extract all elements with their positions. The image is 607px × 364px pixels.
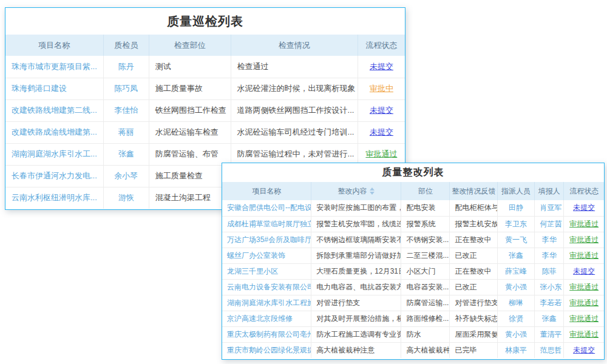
table-row: 龙湖三千里小区大理石质量更换，12月31日之...小区大门正在整改中薛宝峰陈菲未… — [222, 263, 604, 279]
feedback-cell: 屋面采用聚氨... — [450, 326, 497, 342]
status-link[interactable]: 未提交 — [564, 200, 604, 216]
table-row: 湖南洞庭湖水库引水工程施工I标对管进行垫支防腐管运输...对管进行垫支柳琳李若若… — [222, 295, 604, 311]
project-name-cell[interactable]: 安徽合肥供电公司--配电设备... — [222, 200, 311, 216]
status-link[interactable]: 审批通过 — [564, 311, 604, 326]
status-link[interactable]: 审批通过 — [564, 248, 604, 263]
part-cell: 路面维修检... — [401, 311, 450, 326]
reporter-cell[interactable]: 李华 — [535, 248, 564, 263]
check-part-cell: 施工质量事故 — [149, 78, 231, 99]
table-row: 成都杜甫草堂临时展厅独立展...报警主机安放牢固，线缆连接...报警系统报警主机… — [222, 216, 604, 232]
assignee-cell[interactable]: 黄小强 — [497, 326, 535, 342]
project-name-cell[interactable]: 改建铁路线增建第二线... — [5, 99, 103, 121]
part-cell: 高大植被栽种 — [401, 342, 450, 358]
project-name-cell[interactable]: 万达广场35#会所及咖啡厅空... — [222, 232, 311, 248]
reporter-cell[interactable]: 肖亚军 — [535, 200, 564, 216]
inspector-cell[interactable]: 李佳怡 — [103, 99, 149, 121]
reporter-cell[interactable]: 陈菲 — [535, 263, 564, 279]
table-row: 万达广场35#会所及咖啡厅空...不锈钢边框玻璃隔断安装不牢...不锈钢安装..… — [222, 232, 604, 248]
status-link[interactable]: 审批通过 — [564, 295, 604, 311]
status-link[interactable]: 审批通过 — [564, 232, 604, 248]
project-name-cell[interactable]: 重庆太极制药有限公司亳州中... — [222, 326, 311, 342]
status-link[interactable]: 未提交 — [358, 121, 405, 143]
inspector-cell[interactable]: 游恢 — [103, 187, 149, 209]
status-link[interactable]: 未提交 — [564, 342, 604, 358]
table-row: 安徽合肥供电公司--配电设备...安装时应按施工图的布置，将...配电安装配电柜… — [222, 200, 604, 216]
assignee-cell[interactable]: 黄一飞 — [497, 232, 535, 248]
status-link[interactable]: 审批中 — [358, 78, 405, 99]
assignee-cell[interactable]: 徐贤 — [497, 311, 535, 326]
check-part-cell: 施工质量检查 — [149, 165, 231, 187]
table-row: 珠海鹤港口建设陈巧凤施工质量事故水泥砼灌注的时候，出现离析现象审批中 — [5, 78, 405, 99]
table-row: 云南电力设备安装有限公司20...电力电容器、电抗器安装方案...电容器安装..… — [222, 279, 604, 295]
feedback-cell: 已改正 — [450, 279, 497, 295]
column-header-label: 项目名称 — [252, 187, 281, 195]
column-header-2[interactable]: 整改内容 — [311, 182, 401, 200]
status-link[interactable]: 审批通过 — [564, 326, 604, 342]
project-name-cell[interactable]: 云南水利枢纽潜明水库... — [5, 187, 103, 209]
project-name-cell[interactable]: 螺丝厂办公室装饰 — [222, 248, 311, 263]
sort-icon[interactable] — [370, 187, 375, 195]
check-result-cell: 水泥砼运输车司机经过专门培训... — [231, 121, 358, 143]
project-name-cell[interactable]: 湖南洞庭湖水库引水工... — [5, 143, 103, 165]
column-header-label: 流程状态 — [365, 41, 397, 50]
table-row: 珠海市城市更新项目紫...陈丹测试检查通过未提交 — [5, 56, 405, 78]
inspector-cell[interactable]: 陈丹 — [103, 56, 149, 78]
table-row: 改建铁路线增建第二线...李佳怡铁丝网围挡工作检查道路两侧铁丝网围挡工作按设计.… — [5, 99, 405, 121]
status-link[interactable]: 未提交 — [358, 56, 405, 78]
status-link[interactable]: 未提交 — [358, 99, 405, 121]
part-cell: 不锈钢安装... — [401, 232, 450, 248]
assignee-cell[interactable]: 黄小强 — [497, 279, 535, 295]
quality-rectification-list-card: 质量整改列表 项目名称整改内容部位整改情况反馈指派人员填报人流程状态安徽合肥供电… — [222, 163, 605, 360]
table-row: 螺丝厂办公室装饰拆除到承重墙部分请做好加固...二至三楼混...已改正张鑫李华审… — [222, 248, 604, 263]
project-name-cell[interactable]: 云南电力设备安装有限公司20... — [222, 279, 311, 295]
assignee-cell[interactable]: 柳琳 — [497, 295, 535, 311]
reporter-cell[interactable]: 李若若 — [535, 295, 564, 311]
reporter-cell[interactable]: 何芷茵 — [535, 216, 564, 232]
part-cell: 小区大门 — [401, 263, 450, 279]
inspector-cell[interactable]: 余小琴 — [103, 165, 149, 187]
feedback-cell: 补齐缺失标志... — [450, 311, 497, 326]
project-name-cell[interactable]: 珠海市城市更新项目紫... — [5, 56, 103, 78]
assignee-cell[interactable]: 李卫东 — [497, 216, 535, 232]
reporter-cell[interactable]: 张鑫 — [535, 311, 564, 326]
column-header-label: 填报人 — [538, 187, 560, 195]
quality-rectification-list-title: 质量整改列表 — [222, 163, 604, 182]
assignee-cell[interactable]: 田静 — [497, 200, 535, 216]
assignee-cell[interactable]: 薛宝峰 — [497, 263, 535, 279]
rectify-content-cell: 对管进行垫支 — [311, 295, 401, 311]
project-name-cell[interactable]: 改建铁路成渝线增建第... — [5, 121, 103, 143]
table-row: 重庆市鹅岭公园绿化景观提升...高大植被栽种注意高大植被栽种已完毕林康平范思哲未… — [222, 342, 604, 358]
column-header-3: 检查部位 — [149, 35, 231, 56]
project-name-cell[interactable]: 成都杜甫草堂临时展厅独立展... — [222, 216, 311, 232]
project-name-cell[interactable]: 京沪高速北京段维修 — [222, 311, 311, 326]
status-link[interactable]: 审批通过 — [358, 143, 405, 165]
status-link[interactable]: 未提交 — [564, 263, 604, 279]
project-name-cell[interactable]: 重庆市鹅岭公园绿化景观提升... — [222, 342, 311, 358]
table-row: 改建铁路成渝线增建第...蒋丽水泥砼运输车检查水泥砼运输车司机经过专门培训...… — [5, 121, 405, 143]
part-cell: 报警系统 — [401, 216, 450, 232]
project-name-cell[interactable]: 龙湖三千里小区 — [222, 263, 311, 279]
inspector-cell[interactable]: 陈巧凤 — [103, 78, 149, 99]
assignee-cell[interactable]: 张鑫 — [497, 248, 535, 263]
column-header-label: 整改内容 — [337, 187, 367, 195]
inspector-cell[interactable]: 蒋丽 — [103, 121, 149, 143]
project-name-cell[interactable]: 长春市伊通河水力发电... — [5, 165, 103, 187]
reporter-cell[interactable]: 李华 — [535, 232, 564, 248]
reporter-cell[interactable]: 董清平 — [535, 326, 564, 342]
rectify-content-cell: 安装时应按施工图的布置，将... — [311, 200, 401, 216]
feedback-cell: 已改正 — [450, 248, 497, 263]
project-name-cell[interactable]: 珠海鹤港口建设 — [5, 78, 103, 99]
part-cell: 电容器安装... — [401, 279, 450, 295]
reporter-cell[interactable]: 张小东 — [535, 279, 564, 295]
reporter-cell[interactable]: 范思哲 — [535, 342, 564, 358]
column-header-5: 流程状态 — [358, 35, 405, 56]
feedback-cell: 对管进行垫支 — [450, 295, 497, 311]
assignee-cell[interactable]: 林康平 — [497, 342, 535, 358]
rectify-content-cell: 电力电容器、电抗器安装方案... — [311, 279, 401, 295]
project-name-cell[interactable]: 湖南洞庭湖水库引水工程施工I标 — [222, 295, 311, 311]
status-link[interactable]: 审批通过 — [564, 216, 604, 232]
status-link[interactable]: 审批通过 — [564, 279, 604, 295]
column-header-2: 质检员 — [103, 35, 149, 56]
column-header-5: 指派人员 — [497, 182, 535, 200]
inspector-cell[interactable]: 张鑫 — [103, 143, 149, 165]
